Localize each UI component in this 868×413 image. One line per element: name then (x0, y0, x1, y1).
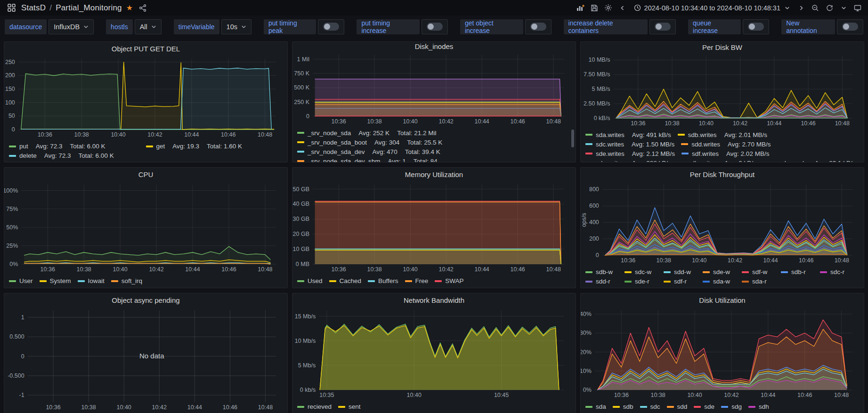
legend-item-SWAP[interactable]: SWAP (435, 276, 463, 285)
legend-item-Cached[interactable]: Cached (329, 276, 362, 285)
variable-toggle[interactable] (422, 19, 448, 34)
legend-item-sdd[interactable]: sdd (667, 402, 688, 411)
legend-item-sdd-w[interactable]: sdd-w (664, 267, 696, 276)
legend-item-sdc-r[interactable]: sdc-r (820, 267, 852, 276)
breadcrumb-dashboard[interactable]: Partial_Monitoring (56, 3, 122, 13)
panel-title[interactable]: Per Disk Throughput (581, 168, 864, 181)
svg-text:10:45: 10:45 (494, 392, 509, 398)
legend-item-sda-w[interactable]: sda-w (703, 277, 735, 286)
legend-item-put[interactable]: putAvg: 72.3Total: 6.00 K (9, 142, 139, 151)
legend-item-sdh[interactable]: sdh (748, 402, 769, 411)
variable-toggle[interactable] (837, 19, 863, 34)
panel-title[interactable]: Disk_inodes (292, 42, 576, 51)
save-icon[interactable] (589, 2, 600, 14)
chart-svg[interactable]: 0%10%20%30%40%10:3610:3810:4010:4210:441… (581, 307, 856, 399)
panel-title[interactable]: Object async pending (4, 293, 287, 307)
variable-label: increase delete containers (564, 19, 648, 34)
legend-item-sdd-r[interactable]: sdd-r (585, 277, 618, 286)
legend-item-sde-writes[interactable]: sde.writesAvg: 2.12 MB/s (585, 149, 675, 158)
legend-item-System[interactable]: System (40, 276, 71, 285)
svg-text:10:48: 10:48 (834, 392, 849, 398)
panel-object-async-pending: Object async pending-1-0.50000.500110:36… (4, 293, 288, 413)
dashboards-grid-icon[interactable] (6, 2, 17, 14)
legend-item-sda-r[interactable]: sda-r (742, 277, 774, 286)
chart-svg[interactable]: 05010015020025010:3610:3810:4010:4210:44… (4, 55, 280, 139)
refresh-icon[interactable] (824, 2, 835, 14)
chart-svg[interactable]: 0 kB/s2.50 MB/s5 MB/s7.50 MB/s10 MB/s10:… (581, 53, 856, 128)
panel-title[interactable]: CPU (4, 168, 287, 181)
variable-value-dropdown[interactable]: All (135, 19, 162, 34)
panel-title[interactable]: Network Bandwidth (292, 293, 576, 307)
legend-item-sdg-writes[interactable]: sdg.writesAvg: 338 kB/s (585, 159, 671, 162)
variable-value-dropdown[interactable]: 10s (221, 19, 251, 34)
panel-title[interactable]: Memory Utilization (292, 168, 576, 181)
chart-svg[interactable]: -1-0.50000.500110:3610:3810:4010:4210:44… (4, 307, 280, 412)
legend-item-sdh-writes[interactable]: sdh.writesAvg: 0 kB/s (678, 159, 763, 162)
panel-title[interactable]: Per Disk BW (581, 42, 864, 53)
svg-text:10:38: 10:38 (367, 118, 381, 125)
share-icon[interactable] (137, 2, 148, 14)
chart-svg[interactable]: 0%25%50%75%100%10:3610:3810:4010:4210:44… (4, 181, 280, 274)
legend-scrollbar[interactable] (571, 130, 574, 147)
legend-item-sdc-w[interactable]: sdc-w (625, 267, 657, 276)
chart-svg[interactable]: 020040060080010:3610:3810:4010:4210:4410… (581, 181, 856, 265)
legend-item-sde-r[interactable]: sde-r (625, 277, 657, 286)
legend-item-sdb[interactable]: sdb (613, 402, 633, 411)
legend-item-sda-reads[interactable]: sda.readsAvg: 29.1 kB/s (769, 159, 856, 162)
legend-item-sdb-r[interactable]: sdb-r (781, 267, 813, 276)
svg-text:-0.500: -0.500 (8, 373, 24, 379)
legend-item--srv-node-sda-dev[interactable]: _srv_node_sda_devAvg: 470Total: 39.4 K (297, 147, 440, 156)
zoom-out-icon[interactable] (810, 2, 821, 14)
legend-item-sdb-w[interactable]: sdb-w (585, 267, 618, 276)
legend-item-sda-writes[interactable]: sda.writesAvg: 491 kB/s (585, 130, 671, 139)
legend-item-sda[interactable]: sda (585, 402, 606, 411)
legend-item-sdc[interactable]: sdc (640, 402, 660, 411)
legend-item-Free[interactable]: Free (405, 276, 429, 285)
settings-gear-icon[interactable] (603, 2, 614, 14)
panel-object-put-get-del: Object PUT GET DEL05010015020025010:3610… (4, 41, 288, 162)
legend-item--srv-node-sda-dev-shm[interactable]: _srv_node_sda_dev_shmAvg: 1Total: 84 (297, 157, 438, 162)
time-back-chevron-left-icon[interactable] (617, 2, 628, 14)
legend-item-delete[interactable]: deleteAvg: 72.3Total: 6.00 K (9, 151, 139, 160)
panel-title[interactable]: Disk Utilization (581, 293, 864, 307)
svg-text:10:36: 10:36 (621, 257, 635, 264)
legend-item-get[interactable]: getAvg: 19.3Total: 1.60 K (146, 142, 276, 151)
panel-legend: sdasdbsdcsddsdesdgsdh (581, 401, 864, 413)
legend-item-Iowait[interactable]: Iowait (78, 276, 105, 285)
legend-item-Buffers[interactable]: Buffers (368, 276, 398, 285)
favorite-star-icon[interactable]: ★ (126, 4, 133, 12)
legend-item-sde-w[interactable]: sde-w (703, 267, 735, 276)
variable-toggle[interactable] (318, 19, 344, 34)
variable-value-dropdown[interactable]: InfluxDB (49, 19, 94, 34)
legend-item-sdg[interactable]: sdg (721, 402, 742, 411)
legend-item-recieved[interactable]: recieved (297, 402, 332, 411)
legend-item-sdf-writes[interactable]: sdf.writesAvg: 2.02 MB/s (681, 149, 769, 158)
legend-item-sdb-writes[interactable]: sdb.writesAvg: 2.01 MB/s (678, 130, 767, 139)
legend-item-soft-irq[interactable]: soft_irq (111, 276, 142, 285)
legend-item--srv-node-sda[interactable]: _srv_node_sdaAvg: 252 KTotal: 21.2 Mil (297, 129, 436, 138)
legend-item-sde[interactable]: sde (694, 402, 714, 411)
kiosk-monitor-icon[interactable] (852, 2, 863, 14)
svg-text:0: 0 (12, 126, 15, 133)
variable-toggle[interactable] (525, 19, 552, 34)
time-range-picker[interactable]: 2024-08-10 10:34:40 to 2024-08-10 10:48:… (631, 2, 793, 14)
variable-toggle[interactable] (649, 19, 676, 34)
legend-item-User[interactable]: User (9, 276, 33, 285)
chart-svg[interactable]: 0 kb/s5 Mb/s10 Mb/s15 Mb/s10:3510:4010:4… (292, 307, 568, 399)
legend-item-sdf-r[interactable]: sdf-r (664, 277, 696, 286)
legend-item--srv-node-sda-boot[interactable]: _srv_node_sda_bootAvg: 304Total: 25.5 K (297, 138, 442, 147)
legend-item-sdd-writes[interactable]: sdd.writesAvg: 2.70 MB/s (681, 140, 771, 149)
add-panel-icon[interactable] (575, 2, 586, 14)
legend-item-sent[interactable]: sent (338, 402, 361, 411)
chart-svg[interactable]: 0 MB10 GB20 GB30 GB40 GB50 GB10:3610:381… (292, 181, 568, 274)
legend-item-sdc-writes[interactable]: sdc.writesAvg: 1.50 MB/s (585, 140, 674, 149)
variable-toggle[interactable] (743, 19, 769, 34)
legend-item-sdf-w[interactable]: sdf-w (742, 267, 774, 276)
time-forward-chevron-right-icon[interactable] (795, 2, 807, 14)
refresh-interval-caret-icon[interactable] (838, 2, 849, 14)
svg-text:10:40: 10:40 (699, 120, 714, 127)
breadcrumb-folder[interactable]: StatsD (21, 3, 46, 13)
chart-svg[interactable]: 0250 K500 K750 K1 Mil10:3610:3810:4010:4… (292, 51, 568, 126)
panel-title[interactable]: Object PUT GET DEL (4, 42, 287, 55)
legend-item-Used[interactable]: Used (297, 276, 323, 285)
